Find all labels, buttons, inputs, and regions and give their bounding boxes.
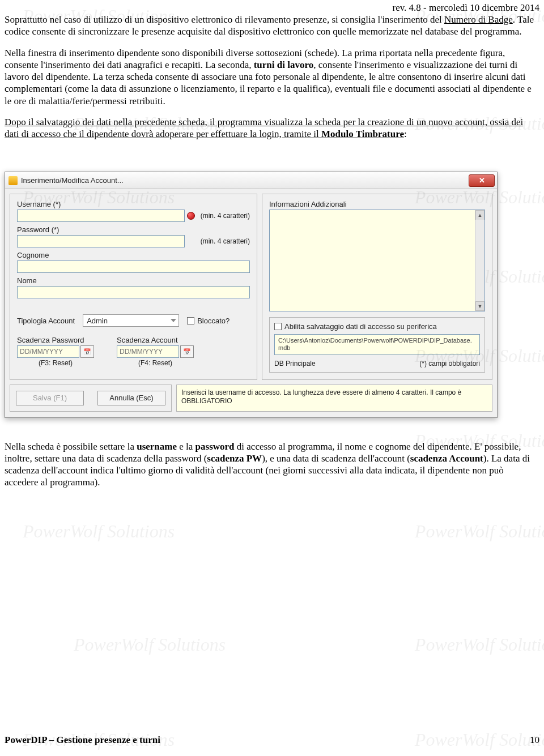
- close-button[interactable]: ✕: [469, 174, 495, 187]
- scroll-up-icon[interactable]: ▲: [475, 210, 484, 220]
- status-indicator-icon: [187, 212, 195, 220]
- account-type-dropdown[interactable]: Admin: [83, 314, 179, 327]
- watermark: PowerWolf Solutions: [415, 521, 544, 542]
- calendar-icon: 📅: [83, 348, 91, 356]
- password-label: Password (*): [17, 225, 250, 234]
- page-footer: PowerDIP – Gestione presenze e turni 10: [5, 734, 539, 746]
- button-panel: Salva (F1) Annulla (Esc): [10, 385, 172, 412]
- scroll-down-icon[interactable]: ▼: [475, 301, 484, 311]
- cognome-input[interactable]: [17, 260, 250, 273]
- db-label: DB Principale: [274, 360, 316, 368]
- username-label: Username (*): [17, 200, 250, 208]
- calendar-button-account[interactable]: 📅: [180, 345, 194, 358]
- f4-reset-hint: (F4: Reset): [117, 359, 194, 367]
- save-periph-label: Abilita salvataggio dati di accesso su p…: [284, 322, 437, 331]
- watermark: PowerWolf Solutions: [415, 634, 544, 655]
- nome-label: Nome: [17, 276, 250, 285]
- save-button[interactable]: Salva (F1): [16, 391, 84, 405]
- badge-link: Numero di Badge: [444, 14, 513, 25]
- username-input[interactable]: [17, 210, 185, 222]
- info-add-label: Informazioni Addizionali: [269, 200, 485, 208]
- left-panel: Username (*) (min. 4 caratteri) Password…: [10, 194, 257, 379]
- paragraph-4: Nella scheda è possibile settare la user…: [5, 441, 539, 489]
- close-icon: ✕: [479, 176, 485, 185]
- username-hint: (min. 4 caratteri): [201, 212, 250, 220]
- page-revision: rev. 4.8 - mercoledì 10 dicembre 2014: [0, 0, 544, 14]
- cognome-label: Cognome: [17, 251, 250, 259]
- page-number: 10: [530, 734, 539, 746]
- paragraph-3: Dopo il salvataggio dei dati nella prece…: [5, 116, 539, 140]
- calendar-icon: 📅: [183, 348, 191, 356]
- f3-reset-hint: (F3: Reset): [17, 359, 94, 367]
- scadenza-pw-input[interactable]: [17, 345, 79, 358]
- password-input[interactable]: [17, 235, 185, 247]
- blocked-label: Bloccato?: [197, 317, 230, 325]
- account-dialog: Inserimento/Modifica Account... ✕ Userna…: [5, 172, 498, 417]
- watermark: PowerWolf Solutions: [23, 521, 175, 542]
- save-periph-checkbox[interactable]: [274, 323, 282, 330]
- nome-input[interactable]: [17, 286, 250, 298]
- info-add-textarea[interactable]: ▲ ▼: [269, 210, 485, 311]
- dialog-title: Inserimento/Modifica Account...: [21, 176, 469, 185]
- blocked-checkbox[interactable]: [187, 317, 194, 324]
- footer-title: PowerDIP – Gestione presenze e turni: [5, 734, 160, 746]
- scadenza-account-label: Scadenza Account: [117, 336, 194, 344]
- calendar-button-pw[interactable]: 📅: [80, 345, 94, 358]
- modulo-timbrature-link: Modulo Timbrature: [321, 129, 404, 139]
- paragraph-2: Nella finestra di inserimento dipendente…: [5, 47, 539, 107]
- app-icon: [8, 176, 18, 185]
- account-type-label: Tipologia Account: [17, 317, 75, 325]
- account-type-value: Admin: [87, 317, 108, 325]
- help-message: Inserisci la username di accesso. La lun…: [176, 385, 492, 412]
- password-hint: (min. 4 caratteri): [201, 237, 250, 245]
- right-panel: Informazioni Addizionali ▲ ▼ Abilita sal…: [262, 194, 492, 379]
- required-note: (*) campi obbligatori: [419, 360, 480, 368]
- paragraph-1: Soprattutto nel caso di utilizzo di un d…: [5, 14, 539, 38]
- chevron-down-icon: [171, 319, 176, 322]
- periph-panel: Abilita salvataggio dati di accesso su p…: [269, 317, 485, 372]
- scadenza-pw-label: Scadenza Password: [17, 336, 94, 344]
- cancel-button[interactable]: Annulla (Esc): [97, 391, 165, 405]
- watermark: PowerWolf Solutions: [74, 634, 226, 655]
- dialog-titlebar: Inserimento/Modifica Account... ✕: [5, 172, 497, 189]
- scadenza-account-input[interactable]: [117, 345, 179, 358]
- db-path-display: C:\Users\Antonioz\Documents\Powerwolf\PO…: [274, 334, 480, 354]
- scrollbar[interactable]: ▲ ▼: [475, 210, 484, 311]
